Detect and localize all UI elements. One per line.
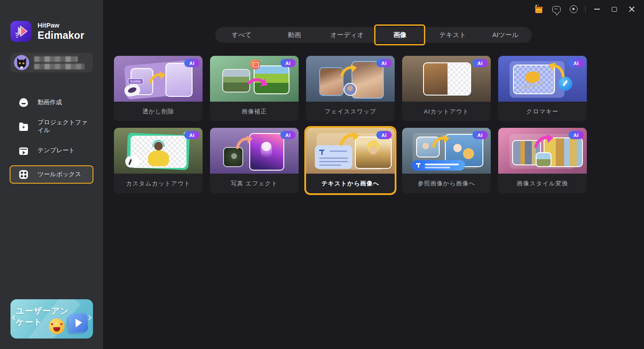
card-artwork: AI (210, 128, 299, 174)
minimize-button[interactable] (588, 0, 606, 18)
toolbox-icon (19, 170, 28, 179)
sidebar-item-label: プロジェクトファイル (38, 119, 93, 134)
blurred-username (34, 56, 78, 62)
heart-eyes-emoji-icon: ♥♥ (49, 318, 65, 334)
tab-label: 画像 (393, 31, 406, 39)
arrow-icon (338, 62, 358, 78)
sidebar-menu: 動画作成 プロジェクトファイル テンプレート ツールボックス (0, 93, 103, 189)
blurred-username (34, 64, 85, 69)
face-circle-thumb (344, 83, 357, 96)
about-icon (570, 5, 578, 13)
tab-label: 動画 (288, 31, 301, 39)
tool-card-image-enhance[interactable]: AI 画像補正 (210, 56, 299, 121)
close-button[interactable] (623, 0, 641, 18)
sidebar: HitPaw Edimakor 動画作成 プロジェクトファイル (0, 0, 103, 349)
sidebar-item-project-files[interactable]: プロジェクトファイル (10, 117, 93, 136)
ai-badge: AI (568, 131, 584, 139)
sidebar-item-toolbox[interactable]: ツールボックス (10, 165, 93, 184)
minimize-icon (594, 9, 600, 10)
sidebar-item-video-create[interactable]: 動画作成 (10, 93, 93, 112)
ai-badge: AI (280, 131, 296, 139)
close-icon (629, 6, 635, 12)
card-artwork: AI (306, 128, 395, 174)
project-file-icon (19, 124, 28, 131)
tab-ai-tools[interactable]: AIツール (479, 27, 532, 43)
person-figure (148, 151, 169, 166)
card-label: テキストから画像へ (306, 174, 395, 193)
card-label: 透かし削除 (114, 102, 203, 121)
tool-card-image-to-image[interactable]: AI 参照画像から画像へ (402, 128, 491, 193)
tool-card-text-to-image[interactable]: AI テキストから画像へ (306, 128, 395, 193)
avatar (14, 55, 29, 70)
card-artwork: Subtitle AI (114, 56, 203, 102)
sidebar-item-templates[interactable]: テンプレート (10, 141, 93, 160)
gift-button[interactable] (530, 0, 548, 18)
ai-badge: AI (280, 59, 296, 67)
tab-all[interactable]: すべて (215, 27, 268, 43)
survey-banner[interactable]: ユーザーアンケート ♥♥ (10, 299, 93, 339)
about-button[interactable] (565, 0, 582, 18)
ai-badge: AI (472, 131, 488, 139)
text-line (330, 151, 347, 152)
tool-card-face-swap[interactable]: AI フェイススワップ (306, 56, 395, 121)
tool-card-ai-cutout[interactable]: AI AIカットアウト (402, 56, 491, 121)
text-line (425, 164, 459, 165)
tab-label: すべて (231, 31, 251, 39)
tool-card-chroma-key[interactable]: AI クロマキー (498, 56, 587, 121)
tool-card-style-transfer[interactable]: AI 画像スタイル変換 (498, 128, 587, 193)
card-label: カスタムカットアウト (114, 174, 203, 193)
card-label: フェイススワップ (306, 102, 395, 121)
user-profile[interactable] (10, 53, 93, 72)
prompt-bar (412, 160, 465, 171)
tab-audio[interactable]: オーディオ (321, 27, 374, 43)
text-line (319, 164, 341, 166)
ai-badge: AI (376, 131, 392, 139)
arrow-icon (338, 130, 361, 147)
sidebar-item-label: ツールボックス (38, 171, 81, 178)
artwork-thumb (249, 133, 284, 171)
card-label: 参照画像から画像へ (402, 174, 491, 193)
category-tabs: すべて 動画 オーディオ 画像 テキスト AIツール (215, 27, 532, 43)
video-create-icon (19, 98, 28, 107)
tab-video[interactable]: 動画 (268, 27, 321, 43)
artwork-thumb (223, 147, 243, 167)
main-area: すべて 動画 オーディオ 画像 テキスト AIツール Subtitle AI 透… (103, 0, 644, 349)
card-label: クロマキー (498, 102, 587, 121)
feedback-icon (552, 6, 561, 13)
tool-card-photo-effects[interactable]: AI 写真 エフェクト (210, 128, 299, 193)
text-tool-icon (321, 150, 323, 155)
ai-badge: AI (184, 131, 200, 139)
tab-text[interactable]: テキスト (426, 27, 479, 43)
ai-badge: AI (184, 59, 200, 67)
subtitle-chip: Subtitle (128, 79, 143, 84)
card-artwork: AI (114, 128, 203, 174)
tab-label: オーディオ (331, 31, 364, 39)
card-artwork: AI (210, 56, 299, 102)
maximize-icon (612, 7, 617, 12)
gift-icon (534, 4, 544, 14)
text-line (319, 157, 348, 159)
eyedropper-icon (558, 77, 572, 91)
maximize-button[interactable] (606, 0, 623, 18)
arrow-icon (148, 70, 167, 85)
card-label: 画像スタイル変換 (498, 174, 587, 193)
template-icon (19, 147, 28, 155)
tab-image[interactable]: 画像 (373, 27, 426, 43)
ai-badge: AI (568, 59, 584, 67)
app-logo-icon (10, 21, 31, 42)
play-folder-icon (68, 313, 89, 333)
app-name-text: Edimakor (38, 30, 84, 41)
app-logo: HitPaw Edimakor (10, 21, 84, 42)
text-panel (315, 145, 352, 169)
card-label: 画像補正 (210, 102, 299, 121)
text-tool-icon (418, 163, 419, 168)
sidebar-item-label: テンプレート (38, 147, 75, 154)
artwork-thumb (423, 62, 471, 96)
tool-card-custom-cutout[interactable]: AI カスタムカットアウト (114, 128, 203, 193)
tool-card-watermark-removal[interactable]: Subtitle AI 透かし削除 (114, 56, 203, 121)
text-line (425, 167, 450, 168)
feedback-button[interactable] (548, 0, 565, 18)
card-label: AIカットアウト (402, 102, 491, 121)
brand-text: HitPaw (38, 21, 84, 30)
artwork-thumb (222, 69, 250, 92)
